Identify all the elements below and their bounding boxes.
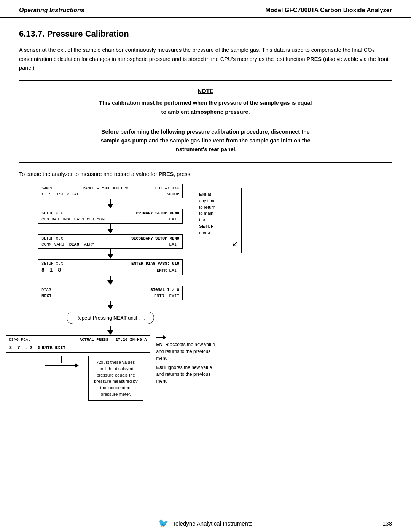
arrow6 xyxy=(107,326,113,335)
screen3-box: SETUP X.X SECONDARY SETUP MENU COMM VARS… xyxy=(38,234,183,249)
screen1-row2: < TST TST > CAL SETUP xyxy=(41,192,179,197)
repeat-box: Repeat Pressing NEXT until . . . xyxy=(67,312,154,324)
arrow2 xyxy=(107,224,113,233)
footer-logo: 🐦 Teledyne Analytical Instruments xyxy=(158,518,252,528)
adjust-section: Adjust these values until the displayed … xyxy=(12,356,143,401)
screen1-box: SAMPLE RANGE = 500.000 PPM CO2 =X.XXX < … xyxy=(38,184,183,198)
diagram-center-col: SAMPLE RANGE = 500.000 PPM CO2 =X.XXX < … xyxy=(30,184,190,401)
page-footer: 🐦 Teledyne Analytical Instruments 138 xyxy=(0,514,411,532)
diagram: SAMPLE RANGE = 500.000 PPM CO2 =X.XXX < … xyxy=(19,184,392,401)
screen6-row1: DIAG PCAL ACTUAL PRESS : 27.20 IN-HG-A xyxy=(9,337,147,342)
screen4-row2: 8 1 8 ENTR EXIT xyxy=(41,267,179,273)
screen5-row2: NEXT ENTR EXIT xyxy=(41,294,179,298)
screen2-box: SETUP X.X PRIMARY SETUP MENU CFG DAS RNG… xyxy=(38,209,183,224)
note-title: NOTE xyxy=(30,88,381,94)
arrow3 xyxy=(107,249,113,259)
exit-note-box: Exit at any time to return to main the S… xyxy=(196,188,242,253)
adjust-note: Adjust these values until the displayed … xyxy=(88,356,143,401)
note-text-2: Before performing the following pressure… xyxy=(30,128,381,154)
section-title: 6.13.7. Pressure Calibration xyxy=(19,29,392,39)
screen2-row2: CFG DAS RNGE PASS CLK MORE EXIT xyxy=(41,217,179,222)
screen5-row1: DIAG SIGNAL I / O xyxy=(41,288,179,292)
screen1-row1: SAMPLE RANGE = 500.000 PPM CO2 =X.XXX xyxy=(41,186,179,190)
screen6-box: DIAG PCAL ACTUAL PRESS : 27.20 IN-HG-A 2… xyxy=(6,335,150,353)
footer-logo-text: Teledyne Analytical Instruments xyxy=(172,520,252,527)
side-col-right: Exit at any time to return to main the S… xyxy=(196,188,242,253)
arrow5 xyxy=(107,301,113,309)
note-box: NOTE This calibration must be performed … xyxy=(19,80,392,163)
screen5-box: DIAG SIGNAL I / O NEXT ENTR EXIT xyxy=(38,286,183,300)
screen3-row2: COMM VARS DIAG ALRM EXIT xyxy=(41,242,179,247)
logo-bird-icon: 🐦 xyxy=(158,518,169,528)
footer-page-number: 138 xyxy=(382,520,392,527)
arrow4 xyxy=(107,276,113,285)
screen4-row1: SETUP X.X ENTER DIAG PASS: 818 xyxy=(41,261,179,266)
header-left: Operating Instructions xyxy=(19,7,84,14)
intro-paragraph: A sensor at the exit of the sample chamb… xyxy=(19,46,392,72)
page-header: Operating Instructions Model GFC7000TA C… xyxy=(0,0,411,18)
screen6-row2: 2 7 .2 0 ENTR EXIT xyxy=(9,343,147,351)
screen3-row1: SETUP X.X SECONDARY SETUP MENU xyxy=(41,236,179,241)
curved-arrow-icon: ↙ xyxy=(199,238,239,250)
header-right: Model GFC7000TA Carbon Dioxide Analyzer xyxy=(265,7,392,14)
entr-exit-notes: ENTR accepts the new value and returns t… xyxy=(156,335,215,385)
main-content: 6.13.7. Pressure Calibration A sensor at… xyxy=(0,18,411,514)
arrow1 xyxy=(107,199,113,208)
screen4-box: SETUP X.X ENTER DIAG PASS: 818 8 1 8 ENT… xyxy=(38,259,183,275)
pcal-section: DIAG PCAL ACTUAL PRESS : 27.20 IN-HG-A 2… xyxy=(6,335,150,401)
note-text-1: This calibration must be performed when … xyxy=(30,99,381,116)
bottom-section: DIAG PCAL ACTUAL PRESS : 27.20 IN-HG-A 2… xyxy=(6,335,215,401)
screen2-row1: SETUP X.X PRIMARY SETUP MENU xyxy=(41,211,179,216)
pres-instruction: To cause the analyzer to measure and rec… xyxy=(19,171,392,177)
page-container: Operating Instructions Model GFC7000TA C… xyxy=(0,0,411,532)
